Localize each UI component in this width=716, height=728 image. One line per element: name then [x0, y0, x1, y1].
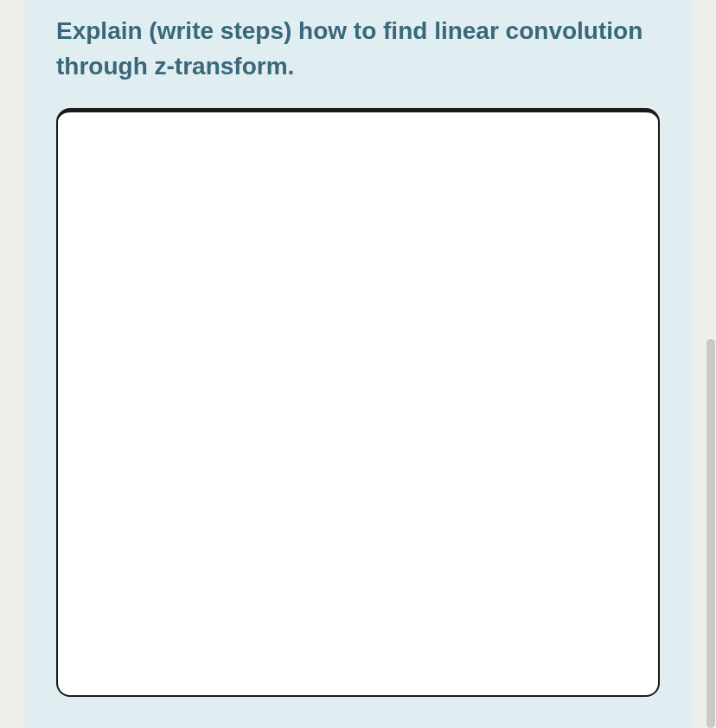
question-card: Explain (write steps) how to find linear…: [25, 0, 691, 728]
scrollbar-thumb[interactable]: [706, 339, 715, 728]
page-column: Explain (write steps) how to find linear…: [25, 0, 691, 728]
question-prompt: Explain (write steps) how to find linear…: [56, 0, 660, 108]
answer-box-wrapper: [56, 108, 660, 697]
page-frame: Explain (write steps) how to find linear…: [0, 0, 716, 728]
scrollbar-track[interactable]: [706, 0, 715, 728]
answer-input[interactable]: [56, 108, 660, 697]
